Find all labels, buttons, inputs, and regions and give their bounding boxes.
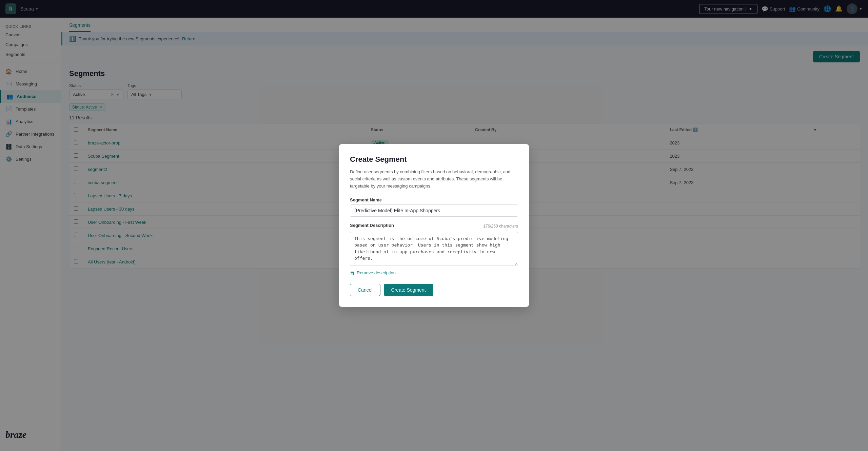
cancel-button[interactable]: Cancel — [350, 284, 380, 296]
remove-description-button[interactable]: 🗑 Remove description — [350, 270, 518, 276]
segment-description-label: Segment Description — [350, 223, 394, 228]
modal-footer: Cancel Create Segment — [350, 284, 518, 296]
segment-name-label: Segment Name — [350, 197, 518, 202]
char-count: 176/250 characters — [483, 224, 518, 229]
segment-description-textarea[interactable] — [350, 232, 518, 266]
create-segment-submit-button[interactable]: Create Segment — [384, 284, 433, 296]
modal-overlay[interactable]: Create Segment Define user segments by c… — [0, 0, 868, 451]
trash-icon: 🗑 — [350, 270, 355, 276]
modal-title: Create Segment — [350, 155, 518, 164]
segment-name-input[interactable] — [350, 204, 518, 217]
segment-desc-header: Segment Description 176/250 characters — [350, 223, 518, 230]
create-segment-modal: Create Segment Define user segments by c… — [339, 144, 529, 307]
modal-description: Define user segments by combining filter… — [350, 169, 518, 190]
